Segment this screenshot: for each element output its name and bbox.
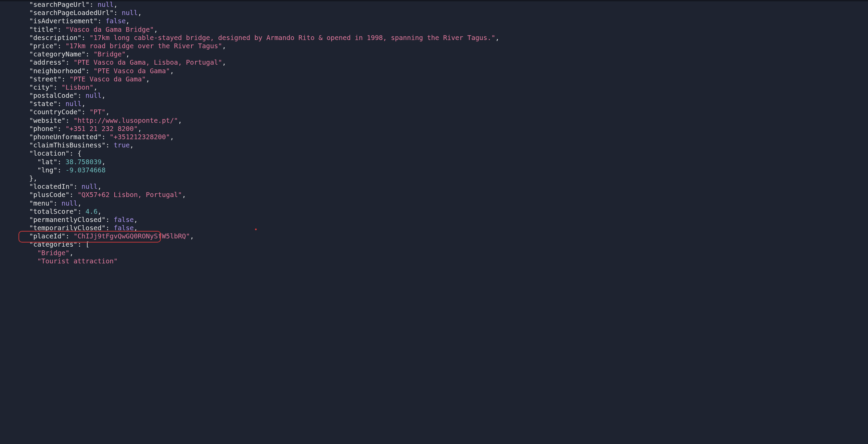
- token-punc: ,: [102, 158, 106, 166]
- code-line[interactable]: "Bridge",: [21, 249, 868, 257]
- code-line[interactable]: "phoneUnformatted": "+351212328200",: [21, 133, 868, 141]
- code-line[interactable]: "totalScore": 4.6,: [21, 208, 868, 216]
- code-line[interactable]: "website": "http://www.lusoponte.pt/",: [21, 117, 868, 125]
- token-key: "title": [29, 26, 57, 34]
- code-line[interactable]: "description": "17km long cable-stayed b…: [21, 34, 868, 42]
- token-key: "categories": [29, 240, 77, 248]
- token-key: "neighborhood": [29, 67, 85, 75]
- code-line[interactable]: "isAdvertisement": false,: [21, 17, 868, 25]
- token-punc: ,: [178, 117, 182, 125]
- token-key: "phone": [29, 125, 57, 133]
- code-editor[interactable]: "searchPageUrl": null, "searchPageLoaded…: [0, 0, 868, 265]
- token-punc: ,: [81, 100, 86, 108]
- token-num: 38.758039: [65, 158, 102, 166]
- token-punc: :: [61, 75, 69, 83]
- token-key: "location": [29, 149, 69, 157]
- code-line[interactable]: "location": {: [21, 149, 868, 158]
- token-str: "Lisbon": [61, 83, 93, 91]
- token-punc: ,: [69, 249, 74, 257]
- token-punc: :: [81, 108, 89, 116]
- code-line[interactable]: "claimThisBusiness": true,: [21, 141, 868, 149]
- token-null: null: [98, 1, 114, 9]
- token-punc: :: [114, 9, 122, 17]
- token-punc: ,: [98, 183, 102, 191]
- token-str: "17km road bridge over the River Tagus": [65, 42, 222, 50]
- token-punc: :: [77, 208, 85, 216]
- token-punc: ,: [222, 42, 226, 50]
- token-str: "Bridge": [37, 249, 69, 257]
- code-line[interactable]: "countryCode": "PT",: [21, 108, 868, 116]
- token-str: "17km long cable-stayed bridge, designed…: [90, 34, 496, 42]
- token-punc: :: [65, 58, 73, 66]
- token-null: null: [122, 9, 138, 17]
- token-null: null: [61, 199, 77, 207]
- token-key: "locatedIn": [29, 183, 73, 191]
- code-line[interactable]: "menu": null,: [21, 199, 868, 208]
- token-bool: true: [114, 141, 130, 149]
- token-punc: :: [65, 117, 73, 125]
- token-punc: ,: [170, 67, 174, 75]
- code-line[interactable]: "lng": -9.0374668: [21, 166, 868, 174]
- token-key: "searchPageUrl": [29, 1, 89, 9]
- code-line[interactable]: "lat": 38.758039,: [21, 158, 868, 166]
- token-key: "postalCode": [29, 92, 77, 100]
- token-num: -9.0374668: [65, 166, 105, 174]
- token-bool: false: [106, 17, 126, 25]
- code-line[interactable]: "locatedIn": null,: [21, 183, 868, 191]
- code-line[interactable]: "Tourist attraction": [21, 257, 868, 265]
- token-punc: ,: [114, 1, 118, 9]
- token-punc: :: [77, 92, 85, 100]
- token-punc: :: [65, 232, 73, 240]
- code-line[interactable]: "plusCode": "QX57+62 Lisbon, Portugal",: [21, 191, 868, 199]
- code-line[interactable]: "price": "17km road bridge over the Rive…: [21, 42, 868, 50]
- code-line[interactable]: "categories": [: [21, 240, 868, 249]
- token-punc: :: [69, 191, 77, 199]
- token-str: "Bridge": [93, 50, 126, 58]
- token-str: "+351 21 232 8200": [65, 125, 138, 133]
- token-punc: :: [106, 141, 114, 149]
- code-line[interactable]: "address": "PTE Vasco da Gama, Lisboa, P…: [21, 58, 868, 67]
- token-punc: :: [90, 1, 98, 9]
- code-line[interactable]: "city": "Lisbon",: [21, 83, 868, 92]
- token-punc: ,: [126, 17, 130, 25]
- code-line[interactable]: "state": null,: [21, 100, 868, 108]
- token-str: "PTE Vasco da Gama, Lisboa, Portugal": [74, 58, 222, 66]
- token-key: "state": [29, 100, 57, 108]
- token-punc: ,: [102, 92, 106, 100]
- code-line[interactable]: "searchPageUrl": null,: [21, 1, 868, 9]
- token-punc: :: [53, 83, 61, 91]
- token-key: "menu": [29, 199, 53, 207]
- token-punc: ,: [222, 58, 226, 66]
- code-line[interactable]: "neighborhood": "PTE Vasco da Gama",: [21, 67, 868, 75]
- token-punc: ,: [190, 232, 194, 240]
- token-str: "PTE Vasco da Gama": [69, 75, 146, 83]
- code-line[interactable]: "permanentlyClosed": false,: [21, 216, 868, 224]
- code-line[interactable]: },: [21, 174, 868, 183]
- code-line[interactable]: "title": "Vasco da Gama Bridge",: [21, 26, 868, 34]
- token-str: "Vasco da Gama Bridge": [65, 26, 154, 34]
- token-punc: ,: [130, 141, 134, 149]
- token-punc: :: [86, 67, 93, 75]
- token-key: "isAdvertisement": [29, 17, 98, 25]
- code-line-highlighted[interactable]: "placeId": "ChIJj9tFgvQwGQ0RONySfW5lbRQ"…: [21, 232, 868, 240]
- token-key: "categoryName": [29, 50, 85, 58]
- code-line[interactable]: "temporarilyClosed": false,: [21, 224, 868, 232]
- token-null: null: [86, 92, 102, 100]
- code-line[interactable]: "phone": "+351 21 232 8200",: [21, 125, 868, 133]
- token-punc: :: [106, 224, 114, 232]
- token-punc: ,: [134, 216, 138, 224]
- token-num: 4.6: [86, 208, 98, 216]
- code-line[interactable]: "postalCode": null,: [21, 92, 868, 100]
- token-punc: :: [58, 42, 65, 50]
- token-key: "lng": [37, 166, 58, 174]
- token-key: "claimThisBusiness": [29, 141, 105, 149]
- token-str: "PT": [90, 108, 106, 116]
- token-key: "totalScore": [29, 208, 77, 216]
- token-str: "+351212328200": [110, 133, 170, 141]
- token-str: "QX57+62 Lisbon, Portugal": [77, 191, 182, 199]
- token-punc: ,: [182, 191, 186, 199]
- code-line[interactable]: "street": "PTE Vasco da Gama",: [21, 75, 868, 83]
- code-line[interactable]: "categoryName": "Bridge",: [21, 50, 868, 58]
- pointer-dot: [255, 228, 257, 230]
- code-line[interactable]: "searchPageLoadedUrl": null,: [21, 9, 868, 17]
